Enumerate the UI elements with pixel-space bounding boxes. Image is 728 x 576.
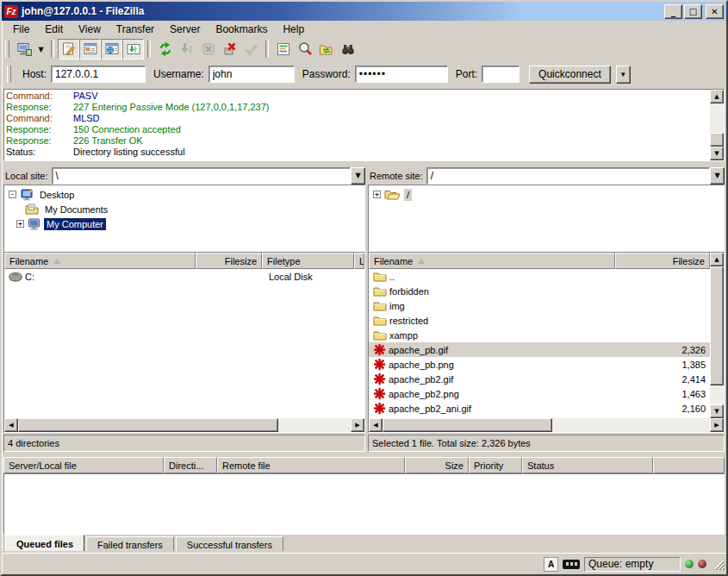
tree-item-desktop[interactable]: - Desktop [4, 187, 364, 202]
local-tree-icon [82, 41, 99, 58]
menu-transfer[interactable]: Transfer [109, 22, 162, 37]
scrollbar-thumb[interactable] [710, 266, 724, 385]
scroll-up-icon[interactable]: ▲ [710, 253, 724, 266]
toggle-transfer-queue-button[interactable] [122, 39, 144, 59]
column-header-status[interactable]: Status [522, 457, 653, 473]
file-row[interactable]: apache_pb2.gif 2,414 [369, 372, 710, 386]
scrollbar-thumb[interactable] [710, 133, 724, 147]
scroll-left-icon[interactable]: ◀ [369, 418, 383, 432]
image-file-icon [373, 358, 386, 371]
file-row[interactable]: apache_pb2_ani.gif 2,160 [369, 401, 710, 416]
column-header-direction[interactable]: Directi... [164, 457, 217, 473]
column-header-last-modified[interactable]: L [354, 253, 364, 269]
local-directory-tree: - Desktop My Documents + My Computer [3, 185, 365, 252]
reconnect-button[interactable] [240, 39, 262, 59]
sync-browsing-button[interactable] [315, 39, 337, 59]
file-row[interactable]: img [369, 298, 710, 313]
queue-list[interactable] [3, 473, 725, 535]
scrollbar-thumb[interactable] [383, 418, 552, 432]
maximize-button[interactable]: □ [684, 4, 702, 19]
scrollbar-thumb[interactable] [18, 418, 278, 432]
close-button[interactable]: ✕ [706, 4, 724, 19]
chevron-down-icon[interactable]: ▼ [710, 167, 725, 185]
open-folder-icon [384, 189, 401, 200]
expand-icon[interactable]: + [373, 191, 381, 198]
file-row[interactable]: restricted [369, 313, 710, 328]
tab-queued-files[interactable]: Queued files [5, 535, 84, 553]
expand-icon[interactable]: + [16, 220, 24, 228]
toggle-remote-tree-button[interactable] [101, 39, 122, 59]
menu-view[interactable]: View [71, 22, 109, 37]
column-header-filler [653, 457, 725, 473]
find-button[interactable] [337, 39, 358, 59]
remote-site-combo[interactable]: / ▼ [426, 167, 725, 185]
column-header-size[interactable]: Size [405, 457, 469, 473]
file-row[interactable]: forbidden [369, 284, 710, 298]
quickconnect-button[interactable]: Quickconnect [529, 66, 611, 84]
menu-server[interactable]: Server [162, 22, 208, 37]
process-queue-button[interactable] [176, 39, 197, 59]
scroll-up-icon[interactable]: ▲ [710, 90, 724, 103]
toggle-local-tree-button[interactable] [79, 39, 101, 59]
log-line: Response:226 Transfer OK [6, 135, 708, 147]
scroll-right-icon[interactable]: ▶ [710, 418, 724, 432]
site-manager-button[interactable] [13, 39, 34, 59]
folder-icon [373, 329, 387, 341]
cancel-operation-button[interactable] [197, 39, 219, 59]
title-bar[interactable]: Fz john@127.0.0.1 - FileZilla _ □ ✕ [2, 2, 726, 21]
filter-button[interactable] [272, 39, 294, 59]
column-header-filesize[interactable]: Filesize [196, 253, 262, 269]
compare-button[interactable] [294, 39, 315, 59]
disconnect-button[interactable] [219, 39, 240, 59]
remote-vertical-scrollbar[interactable]: ▲ ▼ [710, 253, 724, 418]
log-line: Response:150 Connection accepted [6, 124, 708, 135]
tree-item-my-computer[interactable]: + My Computer [4, 216, 364, 231]
file-row[interactable]: xampp [369, 328, 710, 342]
menu-file[interactable]: File [5, 22, 37, 37]
file-row[interactable]: .. [369, 269, 710, 284]
column-header-server-local-file[interactable]: Server/Local file [3, 457, 164, 473]
toggle-message-log-button[interactable] [58, 39, 79, 59]
scroll-left-icon[interactable]: ◀ [4, 418, 18, 432]
menu-bar: File Edit View Transfer Server Bookmarks… [2, 21, 726, 37]
column-header-filename[interactable]: Filename [4, 253, 196, 269]
site-manager-dropdown-button[interactable]: ▼ [34, 39, 47, 59]
local-horizontal-scrollbar[interactable]: ◀ ▶ [4, 418, 364, 432]
tree-item-my-documents[interactable]: My Documents [4, 202, 364, 216]
file-row-selected[interactable]: apache_pb.gif 2,326 [369, 342, 710, 357]
compare-icon [296, 41, 314, 58]
column-header-filetype[interactable]: Filetype [262, 253, 354, 269]
scroll-down-icon[interactable]: ▼ [710, 404, 724, 418]
minimize-button[interactable]: _ [664, 4, 682, 19]
file-row[interactable]: apache_pb2.png 1,463 [369, 386, 710, 401]
local-site-combo[interactable]: \ ▼ [52, 167, 365, 185]
tree-item-root[interactable]: + / [369, 187, 724, 202]
file-row-c-drive[interactable]: C: Local Disk [4, 269, 364, 284]
column-header-priority[interactable]: Priority [469, 457, 522, 473]
host-input[interactable] [51, 66, 146, 83]
column-header-filename[interactable]: Filename [369, 253, 615, 269]
tab-successful-transfers[interactable]: Successful transfers [176, 536, 283, 553]
tab-failed-transfers[interactable]: Failed transfers [86, 536, 174, 553]
column-header-remote-file[interactable]: Remote file [217, 457, 405, 473]
remote-horizontal-scrollbar[interactable]: ◀ ▶ [369, 418, 724, 432]
resize-grip[interactable] [712, 558, 725, 570]
menu-bookmarks[interactable]: Bookmarks [208, 22, 275, 37]
port-input[interactable] [482, 66, 520, 83]
collapse-icon[interactable]: - [9, 191, 16, 198]
scroll-down-icon[interactable]: ▼ [710, 147, 724, 160]
toolbar-separator [51, 41, 54, 58]
password-input[interactable] [355, 66, 448, 83]
menu-edit[interactable]: Edit [37, 22, 71, 37]
file-row[interactable]: apache_pb.png 1,385 [369, 357, 710, 372]
chevron-down-icon[interactable]: ▼ [351, 167, 365, 185]
data-type-indicator-icon: A [544, 557, 558, 572]
quickconnect-dropdown-button[interactable]: ▼ [616, 66, 631, 84]
refresh-button[interactable] [154, 39, 176, 59]
username-input[interactable] [208, 66, 295, 83]
filter-icon [275, 41, 292, 58]
column-header-filesize[interactable]: Filesize [615, 253, 710, 269]
menu-help[interactable]: Help [275, 22, 312, 37]
log-scrollbar[interactable]: ▲ ▼ [710, 90, 724, 160]
scroll-right-icon[interactable]: ▶ [351, 418, 364, 432]
